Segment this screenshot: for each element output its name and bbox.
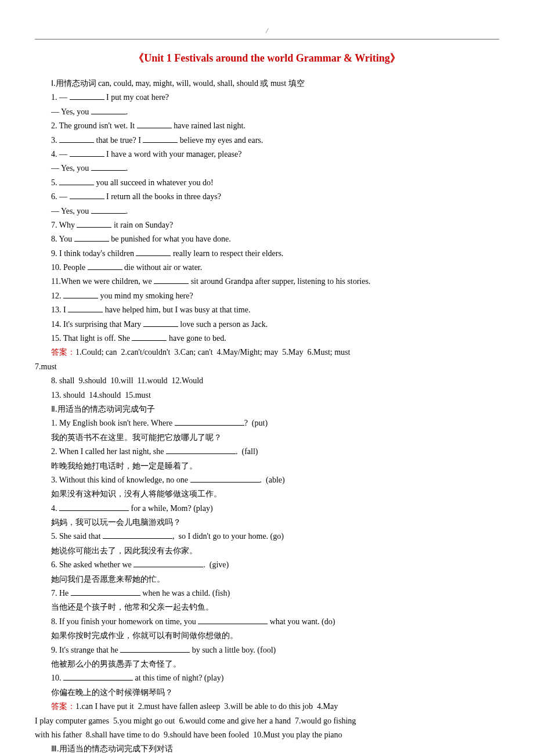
section1-heading: Ⅰ.用情态动词 can, could, may, might, will, wo… <box>51 77 499 90</box>
s2-q9-cn: 他被那么小的男孩愚弄了太奇怪了。 <box>51 658 499 671</box>
s2-q9: 9. It's strange that he by such a little… <box>51 644 499 657</box>
content-body: Ⅰ.用情态动词 can, could, may, might, will, wo… <box>35 77 499 756</box>
s1-q8: 8. You be punished for what you have don… <box>51 233 499 246</box>
s2-q10: 10. at this time of night? (play) <box>51 672 499 685</box>
s1-q9: 9. I think today's children really learn… <box>51 247 499 260</box>
document-page: / 《Unit 1 Festivals around the world Gra… <box>0 0 534 756</box>
section2-heading: Ⅱ.用适当的情态动词完成句子 <box>51 403 499 416</box>
s1-q2: 2. The ground isn't wet. It have rained … <box>51 120 499 132</box>
s2-q8: 8. If you finish your homework on time, … <box>51 615 499 628</box>
s1-q13: 13. I have helped him, but I was busy at… <box>51 304 499 316</box>
s2-answer-line3: with his father 8.shall have time to do … <box>35 729 499 741</box>
s1-q1-reply: — Yes, you . <box>51 106 499 118</box>
s2-q6-cn: 她问我们是否愿意来帮她的忙。 <box>51 573 499 586</box>
s1-q4: 4. — I have a word with your manager, pl… <box>51 148 499 161</box>
s1-q15: 15. That light is off. She have gone to … <box>51 332 499 345</box>
s2-q1-cn: 我的英语书不在这里。我可能把它放哪儿了呢？ <box>51 431 499 444</box>
s2-q1: 1. My English book isn't here. Where ? (… <box>51 417 499 430</box>
s1-q3: 3. that be true? I believe my eyes and e… <box>51 134 499 147</box>
s1-q5: 5. you all succeed in whatever you do! <box>51 177 499 189</box>
s2-q10-cn: 你偏在晚上的这个时候弹钢琴吗？ <box>51 686 499 699</box>
s2-q5: 5. She said that , so I didn't go to you… <box>51 530 499 543</box>
s1-q6-reply: — Yes, you . <box>51 205 499 218</box>
s2-q6: 6. She asked whether we . (give) <box>51 559 499 571</box>
s2-q8-cn: 如果你按时完成作业，你就可以有时间做你想做的。 <box>51 629 499 642</box>
s1-q4-reply: — Yes, you . <box>51 162 499 175</box>
s2-q7-cn: 当他还是个孩子时，他常和父亲一起去钓鱼。 <box>51 601 499 614</box>
page-title: 《Unit 1 Festivals around the world Gramm… <box>35 50 499 67</box>
header-rule <box>35 39 499 39</box>
s2-answer-line1: 答案：1.can I have put it 2.must have falle… <box>51 700 499 713</box>
s1-answer-line3: 13. should 14.should 15.must <box>51 389 499 402</box>
s2-q2-cn: 昨晚我给她打电话时，她一定是睡着了。 <box>51 460 499 473</box>
s2-q5-cn: 她说你可能出去了，因此我没有去你家。 <box>51 545 499 557</box>
s2-q3: 3. Without this kind of knowledge, no on… <box>51 474 499 487</box>
s1-q10: 10. People die without air or water. <box>51 261 499 274</box>
s1-answer-line1b: 7.must <box>35 361 499 373</box>
s2-answer-line2: I play computer games 5.you might go out… <box>35 715 499 728</box>
s2-q3-cn: 如果没有这种知识，没有人将能够做这项工作。 <box>51 488 499 501</box>
s2-q4-cn: 妈妈，我可以玩一会儿电脑游戏吗？ <box>51 516 499 529</box>
s1-q12: 12. you mind my smoking here? <box>51 290 499 303</box>
section3-heading: Ⅲ.用适当的情态动词完成下列对话 <box>51 743 499 755</box>
s1-q6: 6. — I return all the books in three day… <box>51 190 499 203</box>
s1-q7: 7. Why it rain on Sunday? <box>51 219 499 232</box>
s1-q1: 1. — I put my coat here? <box>51 91 499 104</box>
s1-q14: 14. It's surprising that Mary love such … <box>51 318 499 331</box>
answer-label-2: 答案： <box>51 702 75 711</box>
header-slash: / <box>35 26 499 37</box>
s2-q2: 2. When I called her last night, she . (… <box>51 445 499 458</box>
answer-label: 答案： <box>51 348 75 357</box>
s2-q4: 4. for a while, Mom? (play) <box>51 502 499 515</box>
s1-q11: 11.When we were children, we sit around … <box>51 275 499 288</box>
s2-q7: 7. He when he was a child. (fish) <box>51 587 499 600</box>
s1-answer-line2: 8. shall 9.should 10.will 11.would 12.Wo… <box>51 375 499 387</box>
s1-answer-line1: 答案：1.Could; can 2.can't/couldn't 3.Can; … <box>51 346 499 359</box>
